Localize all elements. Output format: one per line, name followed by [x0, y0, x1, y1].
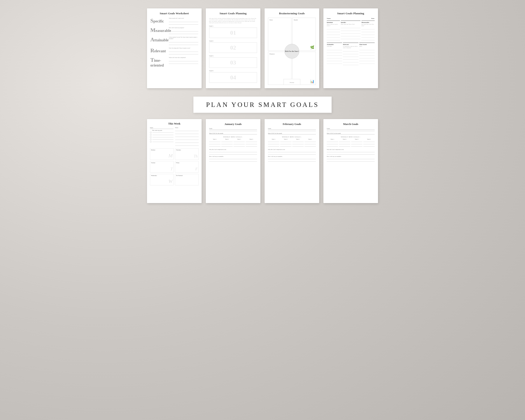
smart-t-group: When will I have this completed?: [169, 57, 198, 64]
planning2-name-label: Name:: [327, 18, 331, 19]
week-day-friday: Friday: F: [175, 161, 199, 173]
feb-w1a-l1: [268, 140, 279, 142]
relevant-title: Relevant:: [343, 44, 358, 45]
mar-goals-label: Goals:: [327, 128, 375, 129]
feb-w1b-l2: [292, 143, 304, 144]
smart-t-line1: [169, 59, 198, 61]
week-notes-line3: [175, 135, 199, 137]
mar-goals-line2: [327, 131, 375, 131]
measurable-line3: [361, 33, 375, 35]
mar-w1b-l3: [351, 145, 363, 147]
smart-row-m: Measurable How will I track my progress?: [150, 27, 198, 34]
jan-importance-label: Why this Goal is important to me:: [209, 149, 257, 150]
feb-goals-line2: [268, 131, 316, 131]
smart-t-question: When will I have this completed?: [169, 57, 198, 59]
planning2-col-timebased: Time based: When?: [359, 43, 375, 66]
mar-w1a-l3: [327, 145, 338, 147]
health-icon: 🌿: [310, 45, 314, 49]
intention-line3: [327, 33, 340, 35]
smart-a-question: Is this realistic for me? Do I have what…: [169, 37, 198, 40]
smart-r-question: Why I'm doing this? Does it matter to me…: [169, 47, 198, 49]
week-goal-row-3: [150, 136, 173, 138]
monday-letter: M: [151, 151, 173, 159]
jan-accountable-line2: [209, 160, 257, 161]
week-top: Name: This week top goals: [150, 127, 199, 147]
smart-row-r: Relevant Why I'm doing this? Does it mat…: [150, 47, 198, 55]
rel-line3: [343, 55, 358, 57]
jan-goals-line1: [209, 129, 257, 130]
intention-lines: [327, 27, 340, 40]
rel-line6: [343, 63, 358, 65]
attainable-lines: [327, 48, 342, 64]
specific-line4: [341, 34, 361, 36]
card1-title: Smart Goals Worksheet: [150, 12, 198, 15]
intention-line: [327, 27, 340, 29]
smart-letter-r: Relevant: [150, 47, 167, 54]
bottom-row: This Week Name: This week top goals: [137, 119, 388, 203]
goal-number-3: 03: [230, 59, 236, 66]
jan-week2b: Week 2:: [246, 139, 257, 147]
wednesday-label: Wednesday:: [151, 175, 173, 176]
mar-weekly-title: WEEKLY MINI GOALS :: [327, 136, 375, 138]
mar-importance-field: Why this Goal is important to me:: [327, 149, 375, 155]
february-goals-card: February Goals Goals: Main GOAL for this…: [265, 119, 319, 203]
timebased-lines: [359, 48, 375, 64]
smart-a-line2: [169, 43, 198, 45]
mar-week1b: Week 1:: [351, 139, 363, 147]
smart-letter-t: Time-oriented: [150, 57, 167, 68]
jan-w1b-l1: [234, 140, 245, 142]
feb-w2a-label: Week 2:: [280, 139, 291, 140]
att-line1: [327, 48, 342, 50]
tb-line1: [359, 48, 375, 50]
mar-importance-label: Why this Goal is important to me:: [327, 149, 375, 150]
timebased-sub: When?: [359, 46, 375, 47]
relevant-sub: Is it important to what you want to achi…: [343, 46, 358, 48]
feb-week2a: Week 2:: [280, 139, 291, 147]
smart-s-line1: [169, 20, 198, 22]
brainstorming-goals-card: Brainstorming Goals Work ✈ Health 🌿 Fina…: [265, 8, 319, 88]
brain-label-finances: Finances: [269, 53, 275, 55]
mar-w2a-l3: [339, 145, 350, 147]
week-top-left: Name: This week top goals: [150, 127, 173, 147]
feb-w1a-l2: [268, 143, 279, 144]
smart-r-line2: [169, 52, 198, 54]
mar-w1b-l2: [351, 143, 363, 144]
goal-label-1: Goal 1:: [209, 25, 257, 27]
mar-w2b-l2: [363, 143, 375, 144]
goal-dot-4: [150, 139, 152, 140]
week-goal-row-2: [150, 134, 173, 136]
week-notes-line1: [175, 129, 199, 131]
feb-main-goal-line: [268, 134, 316, 134]
jan-accountable-line1: [209, 158, 257, 159]
card3-title: Brainstorming Goals: [268, 12, 316, 15]
feb-week2b: Week 2:: [304, 139, 316, 147]
feb-weekly-title: WEEKLY MINI GOALS :: [268, 136, 316, 138]
brain-container: Work ✈ Health 🌿 Finances 💰 Family 📊: [268, 18, 316, 85]
specific-sub: What? What why? Where? Who?: [341, 24, 361, 25]
banner-text: PLAN YOUR SMART GOALS: [206, 101, 319, 109]
march-goals-card: March Goals Goals: Main GOAL for this mo…: [323, 119, 378, 203]
mar-w1b-l1: [351, 140, 363, 142]
intention-line4: [327, 36, 340, 37]
mar-goals-line1: [327, 129, 375, 130]
week-day-monday: Monday: M: [150, 148, 174, 160]
feb-accountable-label: How I will stay accountable :: [268, 156, 316, 157]
measurable-line1: [361, 27, 375, 29]
january-goals-card: January Goals Goals: Main GOAL for this …: [206, 119, 260, 203]
att-line3: [327, 54, 342, 56]
mar-accountable-line1: [327, 158, 375, 159]
mar-accountable-line2: [327, 160, 375, 161]
week-day-thursday: Thursday: Th: [175, 148, 199, 160]
feb-w2a-l1: [280, 140, 291, 142]
mar-week2a: Week 2:: [339, 139, 350, 147]
jan-w2b-label: Week 2:: [246, 139, 257, 140]
measurable-line5: [361, 38, 375, 40]
goal-box-1: 01: [209, 28, 257, 38]
feb-week1a: Week 1:: [268, 139, 279, 147]
intention-line2: [327, 30, 340, 32]
feb-w1a-label: Week 1:: [268, 139, 279, 140]
goal-item-3: Goal 3: 03: [209, 55, 257, 68]
weekend-letter: [176, 177, 198, 184]
mar-w2a-l1: [339, 140, 350, 142]
friday-letter: F: [176, 164, 198, 171]
